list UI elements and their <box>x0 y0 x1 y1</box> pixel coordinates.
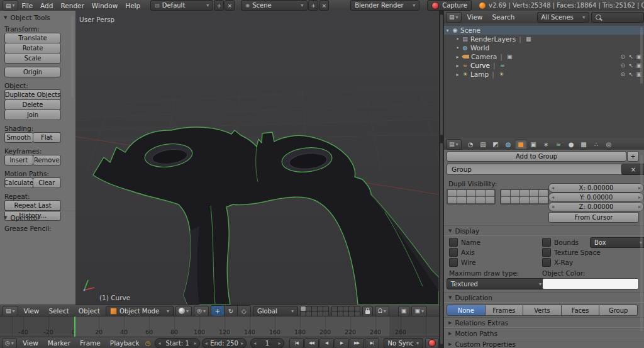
increment-icon[interactable]: ▸ <box>279 340 281 346</box>
remove-keyframe-button[interactable]: Remove <box>33 155 62 166</box>
rotate-button[interactable]: Rotate <box>4 43 61 53</box>
repeat-last-button[interactable]: Repeat Last <box>4 200 61 211</box>
tab-render[interactable]: ◔ <box>465 139 477 149</box>
tab-world[interactable]: ◍ <box>502 139 514 149</box>
duplication-faces-button[interactable]: Faces <box>561 305 600 316</box>
current-frame-marker[interactable] <box>74 317 75 337</box>
outliner-row-lamp[interactable]: ▸ ☀ Lamp | ☀ ⊙ ↖ ▣ <box>444 70 644 79</box>
layer-toggle[interactable] <box>338 306 343 311</box>
manipulator-translate-button[interactable]: + <box>211 305 225 317</box>
add-scene-button[interactable]: + <box>308 0 318 11</box>
editor-type-button-3dview[interactable]: ▤ ▾ <box>3 306 18 317</box>
snap-dropdown[interactable]: Ω ▾ <box>375 306 389 317</box>
manipulator-rotate-button[interactable]: ↻ <box>224 305 238 317</box>
editor-type-button-timeline[interactable]: ◷ ▾ <box>2 338 17 348</box>
start-frame-field[interactable]: ◂ Start: 1 ▸ <box>155 338 199 348</box>
checkbox-texture-space[interactable]: Texture Space <box>542 248 601 257</box>
sync-dropdown[interactable]: No Sync ▾ <box>384 338 423 348</box>
expand-icon[interactable]: ▸ <box>454 72 461 77</box>
next-keyframe-button[interactable]: ▶▶ <box>350 338 364 348</box>
group-name-field[interactable]: Group <box>447 164 629 175</box>
pivot-center-dropdown[interactable]: ◎ ▾ <box>194 306 209 317</box>
outliner-scrollbar[interactable] <box>640 27 643 84</box>
checkbox-axis[interactable]: Axis <box>449 248 475 257</box>
object-color-swatch[interactable] <box>542 278 639 289</box>
increment-icon[interactable]: ▸ <box>241 340 243 346</box>
viewport-3d-canvas[interactable]: User Persp (1) Curve <box>75 11 439 305</box>
scrollbar-thumb[interactable] <box>440 143 443 344</box>
play-button[interactable]: ▶ <box>335 338 349 348</box>
draw-type-dropdown[interactable]: Textured ▾ <box>447 278 546 289</box>
layer-toggle[interactable] <box>312 306 317 311</box>
toolshelf-scrollbar[interactable] <box>71 16 74 98</box>
dupli-layer-toggle[interactable] <box>476 197 485 203</box>
tab-constraints[interactable]: ▣ <box>528 139 540 149</box>
record-animation-button[interactable] <box>425 338 439 348</box>
hide-toggle-eye-icon[interactable]: ⊙ <box>620 53 625 60</box>
transform-orientation-dropdown[interactable]: Global ▾ <box>253 306 298 317</box>
expand-icon[interactable]: ▸ <box>454 63 461 69</box>
viewport-shading-dropdown[interactable]: ▾ <box>175 306 192 317</box>
tab-physics[interactable]: ◎ <box>603 139 615 149</box>
join-button[interactable]: Join <box>4 109 61 120</box>
opengl-render-anim-button[interactable]: ▣ ▾ <box>411 306 427 317</box>
layer-toggle[interactable] <box>323 312 328 316</box>
hide-toggle-eye-icon[interactable]: ⊙ <box>620 71 625 77</box>
delete-button[interactable]: Delete <box>4 99 61 110</box>
checkbox-name[interactable]: Name <box>449 238 480 247</box>
dupli-layer-toggle[interactable] <box>530 197 538 203</box>
menu-view[interactable]: View <box>20 307 43 315</box>
add-to-group-button[interactable]: Add to Group <box>447 151 626 162</box>
region-splitter[interactable] <box>439 11 444 348</box>
panel-header-operator[interactable]: ▼ Operator <box>4 214 75 222</box>
selectable-toggle-icon[interactable]: ↖ <box>628 53 633 60</box>
properties-scrollbar[interactable] <box>640 155 643 331</box>
location-y-slider[interactable]: ◂ Y: 0.00000 ▸ <box>548 193 644 202</box>
menu-frame[interactable]: Frame <box>76 339 104 347</box>
menu-select[interactable]: Select <box>45 307 72 315</box>
capture-button[interactable]: Capture <box>427 0 472 11</box>
panel-header-relations-extras[interactable]: ▶ Relations Extras <box>444 317 644 328</box>
dupli-layer-toggle[interactable] <box>467 190 475 196</box>
origin-button[interactable]: Origin <box>4 67 61 77</box>
translate-button[interactable]: Translate <box>4 33 61 43</box>
scale-button[interactable]: Scale <box>4 53 61 64</box>
menu-marker[interactable]: Marker <box>44 339 74 347</box>
dupli-layer-toggle[interactable] <box>530 190 538 196</box>
outliner-row-world[interactable]: • ◍ World <box>444 43 644 52</box>
jump-to-start-button[interactable]: |◀ <box>289 338 304 348</box>
screen-layout-dropdown[interactable]: ▤ Default ▾ <box>150 0 213 11</box>
layer-toggle[interactable] <box>301 306 306 311</box>
menu-file[interactable]: File <box>18 2 37 9</box>
info-editor-type-button[interactable]: ▤▾ <box>3 0 18 11</box>
hide-toggle-eye-icon[interactable]: ⊙ <box>620 62 625 69</box>
dupli-layer-toggle[interactable] <box>520 190 529 196</box>
dupli-layer-toggle[interactable] <box>486 190 494 196</box>
panel-header-duplication[interactable]: ▼ Duplication <box>444 292 644 303</box>
flat-button[interactable]: Flat <box>33 132 62 143</box>
layer-toggle[interactable] <box>355 312 360 316</box>
dupli-layer-toggle[interactable] <box>539 190 548 196</box>
collapse-icon[interactable]: ▾ <box>444 28 451 33</box>
layer-toggle[interactable] <box>343 306 348 311</box>
layer-toggle[interactable] <box>306 306 311 311</box>
panel-header-object-tools[interactable]: ▼ Object Tools <box>4 14 75 21</box>
layer-toggle[interactable] <box>338 312 343 316</box>
editor-type-button-outliner[interactable]: ▤ ▾ <box>446 12 462 23</box>
duplicate-objects-button[interactable]: Duplicate Objects <box>4 89 61 100</box>
dupli-layer-toggle[interactable] <box>457 190 466 196</box>
dupli-layer-toggle[interactable] <box>539 197 548 203</box>
from-cursor-button[interactable]: From Cursor <box>548 212 639 223</box>
dupli-layer-toggle[interactable] <box>486 197 494 203</box>
dupli-layer-toggle[interactable] <box>476 190 485 196</box>
dupli-layer-toggle[interactable] <box>511 190 519 196</box>
editor-type-button-properties[interactable]: ▤ ▾ <box>446 139 462 150</box>
delete-scene-button[interactable]: × <box>319 0 329 11</box>
menu-help[interactable]: Help <box>121 2 144 9</box>
duplication-verts-button[interactable]: Verts <box>523 305 562 316</box>
jump-to-end-button[interactable]: ▶| <box>365 338 379 348</box>
outliner-search-input[interactable] <box>591 12 644 23</box>
delete-layout-button[interactable]: × <box>225 0 235 11</box>
mode-dropdown[interactable]: Object Mode ▾ <box>106 306 174 317</box>
layer-toggle[interactable] <box>306 312 311 316</box>
